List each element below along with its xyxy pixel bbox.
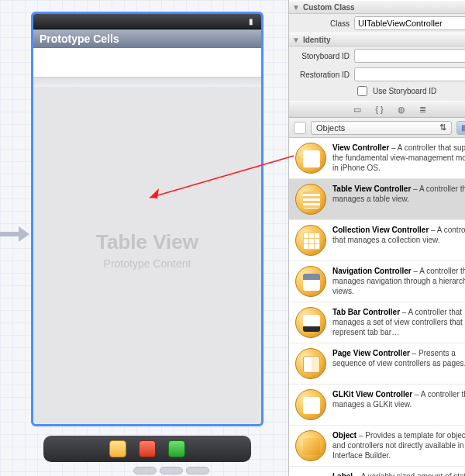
prototype-cells-header: Prototype Cells [33,29,261,48]
battery-icon: ▮ [249,17,253,26]
library-item[interactable]: GLKit View Controller – A controller tha… [289,385,465,426]
grid-mode-icon: ▦ [457,122,465,134]
disclosure-triangle-icon: ▼ [292,3,300,12]
library-item[interactable]: View Controller – A controller that supp… [289,138,465,179]
disclosure-triangle-icon: ▼ [292,36,300,44]
zoom-controls[interactable] [133,467,209,474]
table-view-title: Table View [96,230,198,254]
scene-dock[interactable] [43,436,251,462]
status-bar: ▮ [33,14,261,29]
library-item-icon: Label [295,471,326,476]
inspector-tab-bar[interactable]: ▭ { } ◍ ≣ [289,101,465,118]
prototype-cell[interactable] [33,48,261,78]
custom-class-section-header[interactable]: ▼Custom Class [289,0,465,14]
zoom-minus-icon[interactable] [133,467,157,474]
library-item-text: Page View Controller – Presents a sequen… [332,348,465,379]
library-item[interactable]: Page View Controller – Presents a sequen… [289,343,465,385]
storyboard-canvas[interactable]: ▮ Prototype Cells Table View Prototype C… [0,0,288,476]
exit-dock-icon[interactable] [168,440,185,457]
library-item-text: GLKit View Controller – A controller tha… [332,389,465,420]
file-tab-icon[interactable]: ▭ [353,105,361,115]
library-item-icon [295,307,326,338]
library-item-icon [295,389,326,420]
library-item-text: Collection View Controller – A controlle… [332,225,465,256]
cube-tab-icon[interactable]: ◍ [398,105,405,115]
library-view-mode[interactable]: ▦≣ [456,121,465,135]
identity-section-header[interactable]: ▼Identity [289,33,465,47]
braces-tab-icon[interactable]: { } [375,105,383,114]
library-item-text: Tab Bar Controller – A controller that m… [332,307,465,338]
library-filter-bar: Objects⇅ ▦≣ [289,118,465,138]
library-item-icon [295,266,326,297]
library-item-text: Navigation Controller – A controller tha… [332,266,465,297]
view-controller-dock-icon[interactable] [109,440,126,457]
library-item-icon [295,348,326,379]
library-item-text: Label – A variably sized amount of stati… [332,471,465,476]
library-scope-icon[interactable] [294,122,306,134]
use-storyboard-id-checkbox[interactable] [357,86,367,96]
storyboard-id-field[interactable] [354,49,465,63]
lines-tab-icon[interactable]: ≣ [419,105,426,115]
class-field[interactable] [354,16,465,30]
zoom-fit-icon[interactable] [160,467,183,474]
zoom-plus-icon[interactable] [186,467,209,474]
library-objects-select[interactable]: Objects⇅ [311,121,452,135]
library-item[interactable]: Navigation Controller – A controller tha… [289,261,465,302]
storyboard-id-label: Storyboard ID [294,52,350,60]
restoration-id-label: Restoration ID [294,71,350,79]
library-item-text: Object – Provides a template for objects… [332,430,465,461]
segue-arrow-icon [0,225,31,243]
library-item-icon [295,184,326,215]
table-view-controller-scene[interactable]: ▮ Prototype Cells Table View Prototype C… [31,12,264,426]
class-label: Class [294,19,350,28]
restoration-id-field[interactable] [354,67,465,81]
library-item-icon [295,430,326,461]
table-view-subtitle: Prototype Content [104,257,191,270]
library-item-text: View Controller – A controller that supp… [332,143,465,174]
library-item[interactable]: Collection View Controller – A controlle… [289,220,465,261]
table-separator [33,78,261,87]
library-item-text: Table View Controller – A controller tha… [332,184,465,215]
library-item-icon [295,225,326,256]
use-storyboard-id-label: Use Storyboard ID [373,87,436,95]
library-item[interactable]: Table View Controller – A controller tha… [289,179,465,220]
library-item-icon [295,143,326,174]
table-view-placeholder: Table View Prototype Content [33,87,261,412]
inspector-panel: ▼Custom Class Class ▾ ▼Identity Storyboa… [288,0,465,476]
library-item[interactable]: Tab Bar Controller – A controller that m… [289,302,465,343]
library-item[interactable]: Object – Provides a template for objects… [289,426,465,467]
object-library[interactable]: View Controller – A controller that supp… [289,138,465,476]
first-responder-dock-icon[interactable] [139,440,156,457]
library-item[interactable]: LabelLabel – A variably sized amount of … [289,467,465,476]
